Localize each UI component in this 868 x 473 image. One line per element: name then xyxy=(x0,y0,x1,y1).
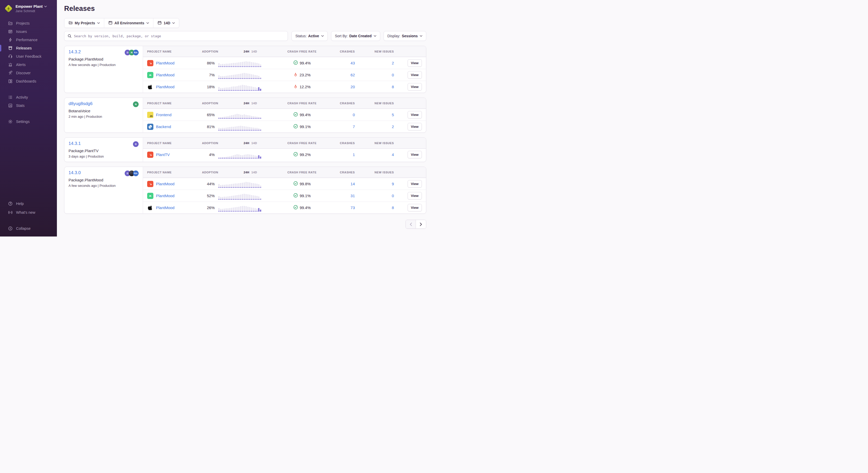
table-header: PROJECT NAME ADOPTION 24H 14D CRASH FREE… xyxy=(143,138,426,149)
release-project-row: PlantMood 86% 99.4% 43 2 View xyxy=(143,57,426,69)
view-button[interactable]: View xyxy=(408,204,422,211)
release-project-row: PlantMood 52% 99.1% 31 0 View xyxy=(143,190,426,202)
healthy-check-icon xyxy=(293,112,298,117)
crashes-count-link[interactable]: 0 xyxy=(353,113,357,117)
android-icon xyxy=(147,72,153,78)
crash-free-cell: 12.2% xyxy=(293,84,311,90)
sidebar-item-label: Alerts xyxy=(16,63,26,67)
crashes-count-link[interactable]: 73 xyxy=(350,205,357,210)
release-card: 14.3.0 DRA Package.PlantMood A few secon… xyxy=(64,167,426,214)
crash-free-cell: 99.4% xyxy=(293,205,311,210)
sidebar-item-discover[interactable]: Discover xyxy=(0,69,57,77)
sidebar-item-performance[interactable]: Performance xyxy=(0,36,57,44)
new-issues-count-link[interactable]: 0 xyxy=(392,73,397,77)
new-issues-count-link[interactable]: 5 xyxy=(392,113,397,117)
crashes-count-link[interactable]: 7 xyxy=(353,124,357,129)
sidebar-item-label: What's new xyxy=(16,210,35,214)
healthy-check-icon xyxy=(293,60,298,66)
sessions-sparkline xyxy=(215,180,264,188)
sidebar-item-settings[interactable]: Settings xyxy=(0,117,57,126)
org-switcher[interactable]: Empower Plant Jane Schmidt xyxy=(0,0,57,16)
col-crashes: CRASHES xyxy=(340,142,357,145)
col-adoption: ADOPTION xyxy=(200,102,218,105)
sidebar-item-activity[interactable]: Activity xyxy=(0,93,57,101)
col-crash-free-rate: CRASH FREE RATE xyxy=(287,171,317,174)
view-button[interactable]: View xyxy=(408,59,422,67)
release-authors: DRA xyxy=(125,170,138,176)
project-link[interactable]: PlantMood xyxy=(156,61,175,65)
filter-14d[interactable]: 14D xyxy=(153,18,179,28)
project-link[interactable]: Frontend xyxy=(156,113,172,117)
project-link[interactable]: Backend xyxy=(156,124,171,129)
project-link[interactable]: PlantTV xyxy=(156,152,170,157)
new-issues-count-link[interactable]: 0 xyxy=(392,194,397,198)
new-issues-count-link[interactable]: 4 xyxy=(392,152,397,157)
chevron-down-icon xyxy=(44,6,47,7)
sidebar-item-what-s-new[interactable]: What's new xyxy=(0,208,57,217)
project-link[interactable]: PlantMood xyxy=(156,182,175,186)
new-issues-count-link[interactable]: 2 xyxy=(392,124,397,129)
project-link[interactable]: PlantMood xyxy=(156,205,175,210)
sidebar-item-releases[interactable]: Releases xyxy=(0,44,57,52)
sidebar-item-alerts[interactable]: Alerts xyxy=(0,61,57,69)
sidebar-collapse[interactable]: Collapse xyxy=(0,224,57,233)
sidebar-item-help[interactable]: Help xyxy=(0,199,57,208)
release-version-link[interactable]: 14.3.2 xyxy=(68,50,81,55)
release-project-row: JSFrontend 65% 99.4% 0 5 View xyxy=(143,109,426,121)
release-projects-table: PROJECT NAME ADOPTION 24H 14D CRASH FREE… xyxy=(143,98,426,132)
release-version-link[interactable]: d8yug8sdg6 xyxy=(68,101,93,106)
sidebar-item-issues[interactable]: Issues xyxy=(0,27,57,36)
apple-icon xyxy=(147,84,153,90)
status-dropdown[interactable]: Status: Active xyxy=(291,31,328,41)
sidebar-item-projects[interactable]: Projects xyxy=(0,19,57,27)
view-button[interactable]: View xyxy=(408,151,422,158)
trend-24h-toggle[interactable]: 24H xyxy=(244,50,249,53)
view-button[interactable]: View xyxy=(408,192,422,200)
trend-14d-toggle[interactable]: 14D xyxy=(251,142,257,145)
trend-14d-toggle[interactable]: 14D xyxy=(251,50,257,53)
sort-by-dropdown[interactable]: Sort By: Date Created xyxy=(331,31,380,41)
avatar: RA xyxy=(133,171,138,176)
crash-free-value: 99.1% xyxy=(300,124,311,129)
trend-24h-toggle[interactable]: 24H xyxy=(244,102,249,105)
view-button[interactable]: View xyxy=(408,180,422,187)
crashes-count-link[interactable]: 14 xyxy=(350,182,357,186)
filter-my-projects[interactable]: My Projects xyxy=(64,18,104,28)
crashes-count-link[interactable]: 62 xyxy=(350,73,357,77)
new-issues-count-link[interactable]: 8 xyxy=(392,85,397,89)
view-button[interactable]: View xyxy=(408,83,422,91)
project-link[interactable]: PlantMood xyxy=(156,194,175,198)
crashes-count-link[interactable]: 20 xyxy=(350,85,357,89)
view-button[interactable]: View xyxy=(408,71,422,79)
trend-14d-toggle[interactable]: 14D xyxy=(251,171,257,174)
project-link[interactable]: PlantMood xyxy=(156,73,175,77)
view-button[interactable]: View xyxy=(408,123,422,130)
crash-free-cell: 23.2% xyxy=(293,72,311,78)
crashes-count-link[interactable]: 43 xyxy=(350,61,357,65)
trend-24h-toggle[interactable]: 24H xyxy=(244,142,249,145)
pagination-prev-button[interactable] xyxy=(406,220,416,229)
release-version-link[interactable]: 14.3.0 xyxy=(68,170,81,175)
view-button[interactable]: View xyxy=(408,111,422,119)
sidebar-item-stats[interactable]: Stats xyxy=(0,101,57,110)
search-row: Status: Active Sort By: Date Created Dis… xyxy=(64,31,426,41)
swift-icon xyxy=(147,152,153,158)
crashes-count-link[interactable]: 1 xyxy=(353,152,357,157)
new-issues-count-link[interactable]: 9 xyxy=(392,182,397,186)
search-input[interactable] xyxy=(74,34,284,38)
trend-24h-toggle[interactable]: 24H xyxy=(244,171,249,174)
project-link[interactable]: PlantMood xyxy=(156,85,175,89)
pagination-next-button[interactable] xyxy=(416,220,426,229)
col-new-issues: NEW ISSUES xyxy=(374,50,397,53)
crash-free-value: 99.1% xyxy=(300,194,311,198)
crash-free-cell: 99.8% xyxy=(293,181,311,186)
release-version-link[interactable]: 14.3.1 xyxy=(68,141,81,146)
sidebar-item-user-feedback[interactable]: User Feedback xyxy=(0,52,57,61)
new-issues-count-link[interactable]: 2 xyxy=(392,61,397,65)
new-issues-count-link[interactable]: 8 xyxy=(392,205,397,210)
filter-all-environments[interactable]: All Environments xyxy=(104,18,153,28)
display-dropdown[interactable]: Display: Sessions xyxy=(383,31,426,41)
trend-14d-toggle[interactable]: 14D xyxy=(251,102,257,105)
sidebar-item-dashboards[interactable]: Dashboards xyxy=(0,77,57,85)
crashes-count-link[interactable]: 31 xyxy=(350,194,357,198)
